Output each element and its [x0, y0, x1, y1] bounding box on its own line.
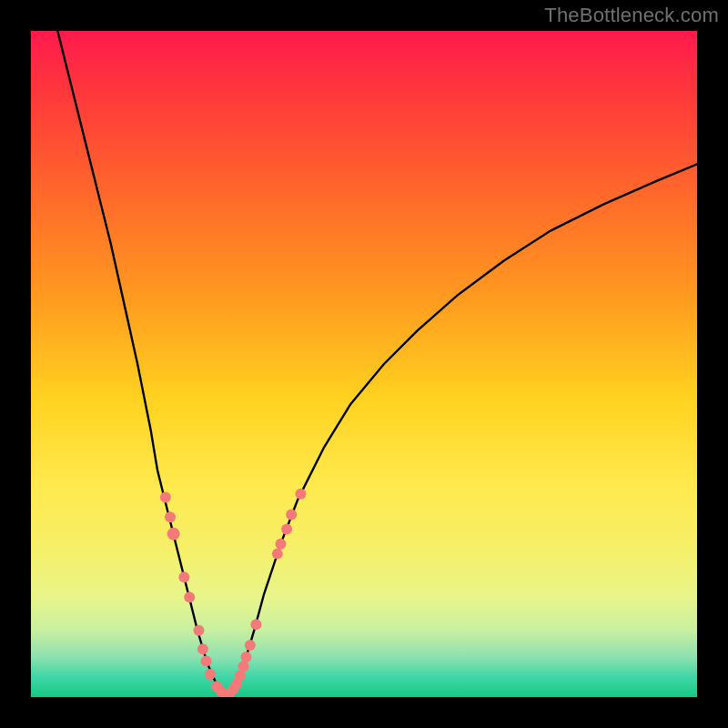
highlight-dot — [184, 592, 195, 602]
highlight-dot — [167, 528, 180, 541]
chart-stage: TheBottleneck.com — [0, 0, 728, 728]
highlight-dot — [193, 625, 204, 636]
highlight-dot — [281, 524, 292, 535]
highlight-dot — [250, 619, 261, 630]
highlight-dot — [235, 671, 246, 682]
highlight-dot — [286, 509, 297, 520]
highlight-dot — [205, 669, 216, 680]
highlight-dot — [245, 640, 256, 651]
highlight-dot — [240, 652, 251, 662]
highlight-dot — [272, 549, 283, 560]
highlight-dot — [197, 643, 208, 654]
highlight-dots-group — [160, 489, 307, 697]
highlight-dot — [160, 491, 171, 502]
curve-right-branch — [226, 164, 697, 694]
highlight-dot — [295, 489, 306, 500]
curve-left-branch — [57, 31, 225, 695]
highlight-dot — [276, 539, 287, 550]
watermark-text: TheBottleneck.com — [544, 4, 719, 27]
highlight-dot — [201, 655, 212, 666]
chart-overlay — [31, 31, 697, 697]
highlight-dot — [238, 661, 249, 672]
highlight-dot — [165, 511, 176, 522]
highlight-dot — [178, 571, 189, 582]
